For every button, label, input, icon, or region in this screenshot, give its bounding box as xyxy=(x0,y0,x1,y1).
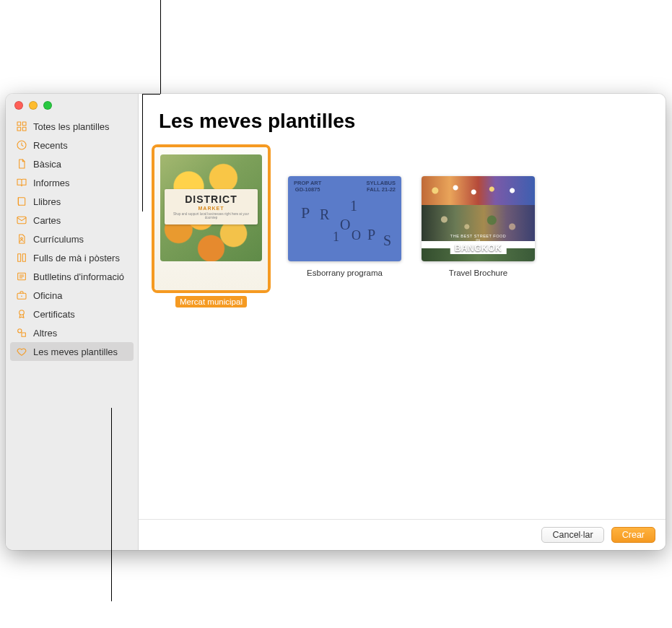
callout-line-vertical-bottom xyxy=(111,408,112,601)
template-tile-mercat-municipal[interactable]: DISTRICTMARKETShop and support local bus… xyxy=(154,147,268,308)
sidebar-item-fulls-de-m-i-p-sters[interactable]: Fulls de mà i pòsters xyxy=(10,248,134,267)
template-tile-travel-brochure[interactable]: THE BEST STREET FOOD INBANGKOKTravel Bro… xyxy=(422,147,535,279)
callout-line-vertical-top xyxy=(160,0,161,94)
cancel-button[interactable]: Cancel·lar xyxy=(541,527,603,543)
main-pane: Les meves plantilles DISTRICTMARKETShop … xyxy=(139,94,666,550)
template-chooser-window: Totes les plantillesRecentsBàsicaInforme… xyxy=(6,94,666,550)
grid-icon xyxy=(16,121,27,132)
sidebar-item-label: Cartes xyxy=(33,215,61,226)
sidebar-item-totes-les-plantilles[interactable]: Totes les plantilles xyxy=(10,117,134,136)
sidebar-item-butlletins-d-informaci[interactable]: Butlletins d'informació xyxy=(10,267,134,286)
book-icon xyxy=(16,196,27,207)
book-open-icon xyxy=(16,177,27,188)
sidebar-item-informes[interactable]: Informes xyxy=(10,173,134,192)
thumbnail-art-top xyxy=(422,176,535,205)
thumbnail-header-left: PROP ARTGD-10875 xyxy=(294,180,321,193)
person-doc-icon xyxy=(16,233,27,245)
page-title: Les meves plantilles xyxy=(159,110,645,133)
main-header: Les meves plantilles xyxy=(139,94,666,140)
template-label: Esborrany programa xyxy=(302,267,387,279)
svg-point-11 xyxy=(21,296,22,297)
sidebar-item-label: Fulls de mà i pòsters xyxy=(33,253,120,263)
svg-rect-0 xyxy=(17,122,21,126)
template-label: Mercat municipal xyxy=(175,296,247,308)
sidebar-item-label: Totes les plantilles xyxy=(33,121,110,132)
thumbnail-title: DISTRICT xyxy=(167,193,255,205)
sidebar-item-label: Oficina xyxy=(33,290,62,301)
sidebar-item-cartes[interactable]: Cartes xyxy=(10,211,134,230)
doc-icon xyxy=(16,158,27,170)
svg-rect-14 xyxy=(22,333,25,336)
sidebar-item-b-sica[interactable]: Bàsica xyxy=(10,154,134,173)
window-zoom-button[interactable] xyxy=(43,101,52,110)
sidebar-item-llibres[interactable]: Llibres xyxy=(10,192,134,211)
sidebar-item-label: Informes xyxy=(33,178,70,188)
sidebar-item-label: Recents xyxy=(33,140,68,151)
window-controls xyxy=(6,94,138,114)
template-thumbnail[interactable]: DISTRICTMARKETShop and support local bus… xyxy=(154,147,268,290)
news-icon xyxy=(16,271,27,282)
template-thumbnail[interactable]: PROP ARTGD-10875SYLLABUSFALL 21-22PR1O1O… xyxy=(288,176,401,261)
sidebar-item-altres[interactable]: Altres xyxy=(10,323,134,342)
sidebar-item-certificats[interactable]: Certificats xyxy=(10,305,134,323)
footer-bar: Cancel·lar Crear xyxy=(139,519,666,550)
sidebar: Totes les plantillesRecentsBàsicaInforme… xyxy=(6,94,139,550)
heart-icon xyxy=(16,346,27,357)
thumbnail-subtitle: MARKET xyxy=(167,206,255,211)
window-close-button[interactable] xyxy=(14,101,23,110)
sidebar-item-label: Llibres xyxy=(33,196,61,207)
columns-icon xyxy=(16,252,27,263)
envelope-icon xyxy=(16,214,27,226)
shapes-icon xyxy=(16,327,27,339)
template-label: Travel Brochure xyxy=(445,267,512,279)
callout-line-vertical-into-window xyxy=(142,94,143,211)
svg-point-13 xyxy=(18,329,22,333)
svg-rect-3 xyxy=(22,127,26,131)
briefcase-icon xyxy=(16,289,27,301)
category-list: Totes les plantillesRecentsBàsicaInforme… xyxy=(6,114,138,364)
window-minimize-button[interactable] xyxy=(29,101,38,110)
sidebar-item-label: Bàsica xyxy=(33,159,61,170)
sidebar-item-curr-culums[interactable]: Currículums xyxy=(10,230,134,248)
sidebar-item-recents[interactable]: Recents xyxy=(10,136,134,154)
svg-rect-8 xyxy=(22,254,25,262)
sidebar-item-oficina[interactable]: Oficina xyxy=(10,286,134,305)
template-thumbnail[interactable]: THE BEST STREET FOOD INBANGKOK xyxy=(422,176,535,261)
template-tile-esborrany-programa[interactable]: PROP ARTGD-10875SYLLABUSFALL 21-22PR1O1O… xyxy=(288,147,401,279)
ribbon-icon xyxy=(16,308,27,320)
sidebar-item-label: Les meves plantilles xyxy=(33,346,118,357)
template-grid: DISTRICTMARKETShop and support local bus… xyxy=(139,140,666,519)
svg-rect-7 xyxy=(18,254,21,262)
clock-icon xyxy=(16,139,27,151)
sidebar-item-label: Certificats xyxy=(33,309,75,320)
svg-point-6 xyxy=(21,237,23,240)
sidebar-item-les-meves-plantilles[interactable]: Les meves plantilles xyxy=(10,342,134,361)
callout-line-horizontal xyxy=(142,94,160,95)
sidebar-item-label: Altres xyxy=(33,328,57,339)
svg-rect-1 xyxy=(22,122,26,126)
thumbnail-banner: DISTRICTMARKETShop and support local bus… xyxy=(165,189,258,224)
create-button[interactable]: Crear xyxy=(611,527,655,543)
svg-rect-2 xyxy=(17,127,21,131)
sidebar-item-label: Currículums xyxy=(33,234,84,245)
svg-rect-5 xyxy=(17,217,26,223)
thumbnail-tagline: Shop and support local businesses right … xyxy=(167,212,255,220)
thumbnail-headline: THE BEST STREET FOOD INBANGKOK xyxy=(450,234,507,254)
thumbnail-header-right: SYLLABUSFALL 21-22 xyxy=(367,180,396,193)
sidebar-item-label: Butlletins d'informació xyxy=(33,271,124,282)
